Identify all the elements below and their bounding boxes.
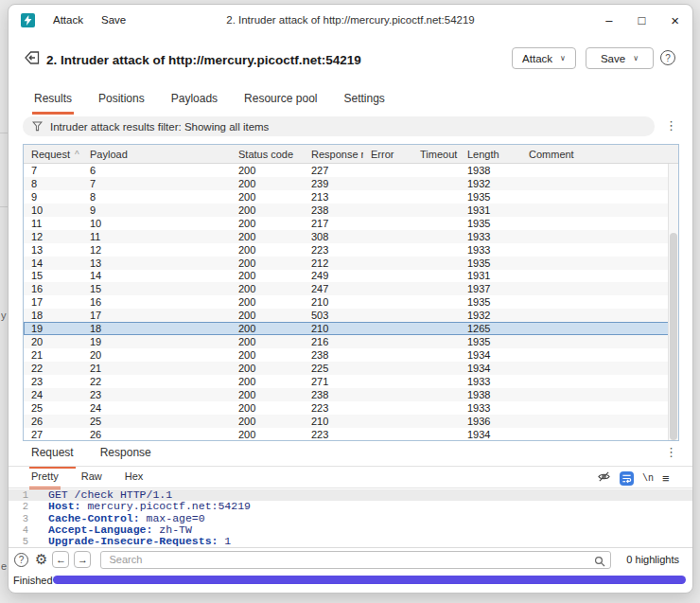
- table-cell: 8: [82, 191, 231, 203]
- table-row[interactable]: 982002131935: [24, 190, 678, 204]
- table-cell: 1938: [460, 165, 521, 176]
- table-row[interactable]: 11102002171935: [24, 217, 678, 230]
- table-cell: 1935: [460, 218, 521, 229]
- table-cell: 200: [231, 204, 304, 216]
- table-scrollbar[interactable]: [668, 164, 678, 440]
- tab-results[interactable]: Results: [32, 88, 74, 115]
- table-row[interactable]: 16152002471937: [24, 282, 678, 295]
- table-cell: 14: [82, 270, 231, 281]
- column-header-response-r[interactable]: Response r...: [304, 149, 363, 160]
- table-cell: 1933: [460, 244, 521, 256]
- table-row[interactable]: 17162002101935: [24, 295, 678, 309]
- search-input[interactable]: [100, 551, 611, 569]
- table-row[interactable]: 14132002121935: [24, 257, 678, 270]
- table-scrollbar-thumb[interactable]: [670, 233, 677, 440]
- table-cell: 227: [304, 165, 363, 176]
- column-header-status-code[interactable]: Status code: [231, 149, 304, 160]
- attack-button-label: Attack: [522, 53, 552, 64]
- line-number: 3: [9, 513, 35, 524]
- table-cell: 24: [24, 389, 82, 400]
- dock-back-icon[interactable]: [24, 49, 41, 66]
- tab-payloads[interactable]: Payloads: [169, 88, 219, 115]
- gear-icon[interactable]: ⚙: [35, 551, 47, 568]
- results-menu-kebab-icon[interactable]: ⋮: [665, 119, 677, 132]
- minimize-button[interactable]: –: [605, 14, 612, 27]
- header-name: Accept-Language:: [48, 523, 152, 536]
- table-cell: 200: [231, 231, 304, 242]
- table-cell: 200: [231, 349, 304, 361]
- table-cell: 1937: [460, 283, 521, 294]
- table-cell: 11: [82, 231, 231, 242]
- table-row[interactable]: 15142002491931: [24, 270, 678, 283]
- table-cell: 22: [24, 363, 82, 374]
- tab-resource-pool[interactable]: Resource pool: [242, 88, 319, 115]
- help-icon[interactable]: ?: [660, 50, 675, 65]
- tab-settings[interactable]: Settings: [341, 88, 386, 115]
- table-row[interactable]: 23222002711933: [24, 375, 678, 388]
- table-row[interactable]: 19182002101265: [24, 322, 678, 335]
- table-cell: 15: [82, 283, 231, 294]
- editor-view-tabs: PrettyRawHex: [9, 468, 145, 489]
- menu-attack[interactable]: Attack: [53, 14, 83, 26]
- view-tab-pretty[interactable]: Pretty: [29, 468, 61, 489]
- column-header-timeout[interactable]: Timeout: [412, 149, 460, 160]
- close-button[interactable]: ×: [671, 13, 679, 27]
- table-row[interactable]: 20192002161935: [24, 335, 678, 348]
- table-cell: 23: [24, 376, 82, 387]
- menu-save[interactable]: Save: [101, 14, 126, 26]
- table-cell: 21: [24, 349, 82, 361]
- editor-settings-menu-icon[interactable]: ≡: [662, 471, 670, 486]
- table-row[interactable]: 22212002251934: [24, 362, 678, 375]
- editor-tabs: RequestResponse: [9, 442, 153, 469]
- column-header-length[interactable]: Length: [460, 149, 521, 160]
- hide-eye-off-icon[interactable]: [597, 470, 611, 488]
- column-header-request[interactable]: Request^: [24, 149, 82, 160]
- table-row[interactable]: 762002271938: [24, 164, 678, 177]
- table-row[interactable]: 24232002381938: [24, 388, 678, 401]
- request-editor[interactable]: 1GET /check HTTP/1.12Host: mercury.picoc…: [9, 489, 692, 547]
- results-filter-bar[interactable]: Intruder attack results filter: Showing …: [23, 116, 655, 136]
- search-help-icon[interactable]: ?: [14, 553, 28, 567]
- next-match-button[interactable]: →: [74, 551, 91, 568]
- table-row[interactable]: 1092002381931: [24, 204, 678, 217]
- save-dropdown-button[interactable]: Save ∨: [586, 47, 654, 69]
- attack-dropdown-button[interactable]: Attack ∨: [512, 47, 576, 69]
- column-header-payload[interactable]: Payload: [82, 149, 231, 160]
- results-table: Request^PayloadStatus codeResponse r...E…: [23, 144, 679, 441]
- maximize-button[interactable]: □: [638, 14, 645, 27]
- table-cell: 1934: [460, 429, 521, 440]
- table-cell: 7: [24, 165, 82, 176]
- header-name: Host:: [48, 500, 81, 512]
- table-cell: 216: [304, 336, 363, 347]
- table-cell: 200: [231, 244, 304, 256]
- tab-positions[interactable]: Positions: [96, 88, 147, 115]
- attack-title: 2. Intruder attack of http://mercury.pic…: [46, 53, 361, 67]
- line-number: 5: [9, 536, 35, 547]
- editor-tab-request[interactable]: Request: [29, 442, 76, 469]
- table-row[interactable]: 21202002381934: [24, 348, 678, 362]
- table-cell: 17: [24, 296, 82, 308]
- table-cell: 23: [82, 389, 231, 400]
- prev-match-button[interactable]: ←: [52, 551, 69, 568]
- show-newlines-icon[interactable]: \n: [642, 473, 654, 484]
- table-row[interactable]: 27262002231934: [24, 428, 678, 441]
- column-header-error[interactable]: Error: [363, 149, 412, 160]
- view-tab-hex[interactable]: Hex: [123, 468, 146, 489]
- table-cell: 1938: [460, 389, 521, 400]
- table-row[interactable]: 26252002101936: [24, 415, 678, 428]
- table-row[interactable]: 12112003081933: [24, 230, 678, 243]
- table-cell: 14: [24, 257, 82, 269]
- table-row[interactable]: 13122002231933: [24, 243, 678, 257]
- table-row[interactable]: 25242002231933: [24, 401, 678, 415]
- table-cell: 1935: [460, 257, 521, 269]
- table-cell: 200: [231, 296, 304, 308]
- table-row[interactable]: 872002391932: [24, 177, 678, 190]
- editor-menu-kebab-icon[interactable]: ⋮: [665, 446, 677, 458]
- table-cell: 19: [82, 336, 231, 347]
- word-wrap-icon[interactable]: [620, 471, 634, 486]
- view-tab-raw[interactable]: Raw: [79, 468, 104, 489]
- table-row[interactable]: 18172005031932: [24, 309, 678, 322]
- column-header-comment[interactable]: Comment: [521, 149, 678, 160]
- filter-funnel-icon: [32, 121, 43, 132]
- editor-tab-response[interactable]: Response: [98, 442, 153, 469]
